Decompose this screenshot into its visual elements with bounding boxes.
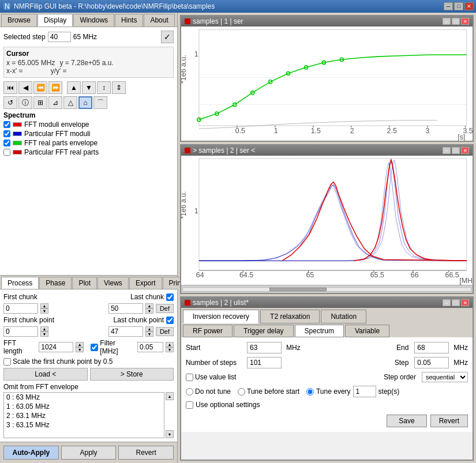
filter-check[interactable]: [91, 344, 98, 351]
load-button[interactable]: Load <: [3, 368, 88, 381]
selected-step-input[interactable]: [48, 32, 71, 42]
filter-input[interactable]: [137, 342, 163, 352]
subwin1-chart[interactable]: *1e6 a.u.: [181, 27, 473, 141]
fft-length-up[interactable]: ▲: [76, 342, 84, 347]
legend-check-1[interactable]: [3, 130, 10, 137]
ulist-tab-t2[interactable]: T2 relaxation: [260, 310, 320, 323]
ulist-subtab-rfpower[interactable]: RF power: [183, 325, 233, 337]
phase-neg-button[interactable]: △: [63, 96, 77, 109]
move-left-button[interactable]: ↕: [97, 81, 111, 94]
step-input[interactable]: [414, 357, 449, 368]
tab-windows[interactable]: Windows: [73, 14, 114, 27]
ulist-close[interactable]: ✕: [461, 299, 469, 306]
subwin2-chart[interactable]: *1e6 a.u.: [181, 156, 473, 285]
store-button[interactable]: > Store: [90, 368, 174, 381]
first-chunk-up[interactable]: ▲: [40, 303, 48, 308]
proc-tab-views[interactable]: Views: [98, 277, 129, 289]
tune-every-input[interactable]: [306, 388, 314, 396]
filter-button[interactable]: ⊞: [33, 96, 47, 109]
last-chunk-input[interactable]: [108, 303, 143, 314]
ulist-subtab-trigger[interactable]: Trigger delay: [234, 325, 294, 337]
close-button[interactable]: ✕: [464, 2, 474, 10]
tab-about[interactable]: About: [144, 14, 174, 27]
legend-check-0[interactable]: [3, 121, 10, 128]
prev-step-button[interactable]: ◀: [18, 81, 32, 94]
ulist-revert-button[interactable]: Revert: [430, 415, 468, 427]
apply-button[interactable]: Apply: [61, 446, 117, 460]
prev10-button[interactable]: ⏪: [33, 81, 47, 94]
envelope-button[interactable]: ⌂: [78, 96, 92, 109]
move-up-button[interactable]: ▲: [67, 81, 81, 94]
ulist-maximize[interactable]: □: [452, 299, 460, 306]
last-chunk-def[interactable]: Def: [156, 304, 174, 313]
omit-list[interactable]: 0 : 63 MHz 1 : 63.05 MHz 2 : 63.1 MHz 3 …: [3, 392, 164, 438]
first-chunk-down[interactable]: ▼: [40, 308, 48, 314]
ulist-tab-nutation[interactable]: Nutation: [321, 310, 366, 323]
last-chunk-point-check[interactable]: [166, 317, 174, 324]
start-input[interactable]: [247, 342, 282, 353]
ulist-tab-inversion[interactable]: Inversion recovery: [183, 310, 259, 323]
first-chunk-point-down[interactable]: ▼: [40, 332, 48, 337]
subwin2-maximize[interactable]: □: [452, 147, 460, 154]
subwin1-minimize[interactable]: ─: [443, 18, 451, 25]
last-chunk-point-def[interactable]: Def: [156, 327, 174, 336]
subwin2-close[interactable]: ✕: [461, 147, 469, 154]
step-order-select[interactable]: sequential interleaved: [422, 372, 468, 382]
tab-display[interactable]: Display: [38, 14, 73, 27]
tab-browse[interactable]: Browse: [1, 14, 37, 27]
filter-up[interactable]: ▲: [166, 342, 174, 347]
proc-tab-export[interactable]: Export: [129, 277, 162, 289]
tune-steps-input[interactable]: [353, 386, 376, 397]
legend-check-2[interactable]: [3, 140, 10, 146]
tune-before-start-input[interactable]: [238, 388, 245, 396]
ulist-minimize[interactable]: ─: [443, 299, 451, 306]
last-chunk-point-input[interactable]: [108, 326, 143, 337]
scale-check[interactable]: [3, 358, 11, 366]
maximize-button[interactable]: □: [454, 2, 463, 10]
first-chunk-point-input[interactable]: [3, 326, 38, 337]
next10-button[interactable]: ⏩: [48, 81, 62, 94]
revert-button[interactable]: Revert: [118, 446, 174, 460]
fft-length-input[interactable]: [39, 342, 73, 352]
use-value-list-check[interactable]: [186, 374, 193, 381]
refresh-button[interactable]: ↺: [3, 96, 17, 109]
subwin2-scrollbar[interactable]: [181, 285, 473, 293]
move-down-button[interactable]: ▼: [82, 81, 96, 94]
filter-down[interactable]: ▼: [166, 347, 174, 352]
omit-item-2[interactable]: 2 : 63.1 MHz: [4, 411, 164, 420]
steps-input[interactable]: [247, 357, 282, 368]
omit-item-3[interactable]: 3 : 63.15 MHz: [4, 420, 164, 430]
info-button[interactable]: ⓘ: [18, 96, 32, 109]
proc-tab-plot[interactable]: Plot: [72, 277, 97, 289]
fft-length-down[interactable]: ▼: [76, 347, 84, 352]
ulist-subtab-spectrum[interactable]: Spectrum: [295, 325, 344, 337]
first-step-button[interactable]: ⏮: [3, 81, 17, 94]
omit-scroll-down[interactable]: ▼: [166, 430, 174, 438]
curve-button[interactable]: ⌒: [93, 96, 107, 109]
subwin1-close[interactable]: ✕: [461, 18, 469, 25]
apply-step-button[interactable]: ✓: [161, 31, 174, 43]
legend-check-3[interactable]: [3, 149, 10, 156]
move-right-button[interactable]: ⇕: [112, 81, 126, 94]
last-chunk-down[interactable]: ▼: [145, 308, 153, 314]
ulist-subtab-variable[interactable]: Variable: [345, 325, 389, 337]
use-optional-check[interactable]: [186, 401, 193, 409]
proc-tab-process[interactable]: Process: [1, 277, 39, 289]
end-input[interactable]: [414, 342, 449, 353]
subwin1-maximize[interactable]: □: [452, 18, 460, 25]
last-chunk-point-up[interactable]: ▲: [145, 326, 153, 332]
do-not-tune-input[interactable]: [186, 388, 193, 396]
first-chunk-point-up[interactable]: ▲: [40, 326, 48, 332]
omit-scroll-up[interactable]: ▲: [166, 392, 174, 400]
phase-pos-button[interactable]: ⊿: [48, 96, 62, 109]
ulist-save-button[interactable]: Save: [387, 415, 426, 427]
first-chunk-input[interactable]: [3, 303, 38, 314]
last-chunk-up[interactable]: ▲: [145, 303, 153, 308]
last-chunk-check[interactable]: [166, 293, 174, 301]
proc-tab-phase[interactable]: Phase: [39, 277, 72, 289]
minimize-button[interactable]: ─: [444, 2, 453, 10]
last-chunk-point-down[interactable]: ▼: [145, 332, 153, 337]
omit-item-1[interactable]: 1 : 63.05 MHz: [4, 402, 164, 411]
tab-hints[interactable]: Hints: [115, 14, 143, 27]
omit-item-0[interactable]: 0 : 63 MHz: [4, 393, 164, 402]
